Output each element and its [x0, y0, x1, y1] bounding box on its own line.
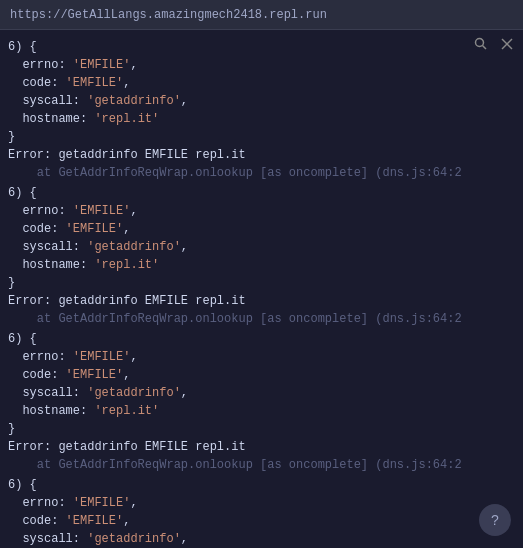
line-syscall-4: syscall: 'getaddrinfo', — [8, 530, 513, 548]
line-brace-close-2: } — [8, 274, 513, 292]
line-brace-close-1: } — [8, 128, 513, 146]
line-brace-open-2: 6) { — [8, 184, 513, 202]
line-hostname-3: hostname: 'repl.it' — [8, 402, 513, 420]
line-code-1: code: 'EMFILE', — [8, 74, 513, 92]
svg-point-0 — [476, 39, 484, 47]
clear-button[interactable] — [496, 35, 518, 53]
line-hostname-1: hostname: 'repl.it' — [8, 110, 513, 128]
error-block-1: 6) { errno: 'EMFILE', code: 'EMFILE', sy… — [8, 38, 513, 182]
at-line-2: at GetAddrInfoReqWrap.onlookup [as oncom… — [8, 310, 513, 328]
at-line-3: at GetAddrInfoReqWrap.onlookup [as oncom… — [8, 456, 513, 474]
line-errno-2: errno: 'EMFILE', — [8, 202, 513, 220]
terminal-output: 6) { errno: 'EMFILE', code: 'EMFILE', sy… — [0, 30, 523, 548]
svg-line-1 — [483, 46, 487, 50]
address-bar: https://GetAllLangs.amazingmech2418.repl… — [0, 0, 523, 30]
error-text-3: Error: getaddrinfo EMFILE repl.it — [8, 438, 513, 456]
line-errno-3: errno: 'EMFILE', — [8, 348, 513, 366]
error-block-4: 6) { errno: 'EMFILE', code: 'EMFILE', sy… — [8, 476, 513, 548]
help-button[interactable]: ? — [479, 504, 511, 536]
line-syscall-2: syscall: 'getaddrinfo', — [8, 238, 513, 256]
search-button[interactable] — [470, 35, 492, 53]
error-text-2: Error: getaddrinfo EMFILE repl.it — [8, 292, 513, 310]
line-errno-1: errno: 'EMFILE', — [8, 56, 513, 74]
toolbar — [470, 35, 518, 53]
line-code-2: code: 'EMFILE', — [8, 220, 513, 238]
line-brace-open-3: 6) { — [8, 330, 513, 348]
line-syscall-3: syscall: 'getaddrinfo', — [8, 384, 513, 402]
error-text-1: Error: getaddrinfo EMFILE repl.it — [8, 146, 513, 164]
line-syscall-1: syscall: 'getaddrinfo', — [8, 92, 513, 110]
line-brace-close-3: } — [8, 420, 513, 438]
error-block-2: 6) { errno: 'EMFILE', code: 'EMFILE', sy… — [8, 184, 513, 328]
line-brace-open-4: 6) { — [8, 476, 513, 494]
url-text: https://GetAllLangs.amazingmech2418.repl… — [10, 8, 327, 22]
at-line-1: at GetAddrInfoReqWrap.onlookup [as oncom… — [8, 164, 513, 182]
line-code-3: code: 'EMFILE', — [8, 366, 513, 384]
line-brace-open-1: 6) { — [8, 38, 513, 56]
line-errno-4: errno: 'EMFILE', — [8, 494, 513, 512]
error-block-3: 6) { errno: 'EMFILE', code: 'EMFILE', sy… — [8, 330, 513, 474]
terminal-container: 6) { errno: 'EMFILE', code: 'EMFILE', sy… — [0, 30, 523, 548]
line-code-4: code: 'EMFILE', — [8, 512, 513, 530]
line-hostname-2: hostname: 'repl.it' — [8, 256, 513, 274]
